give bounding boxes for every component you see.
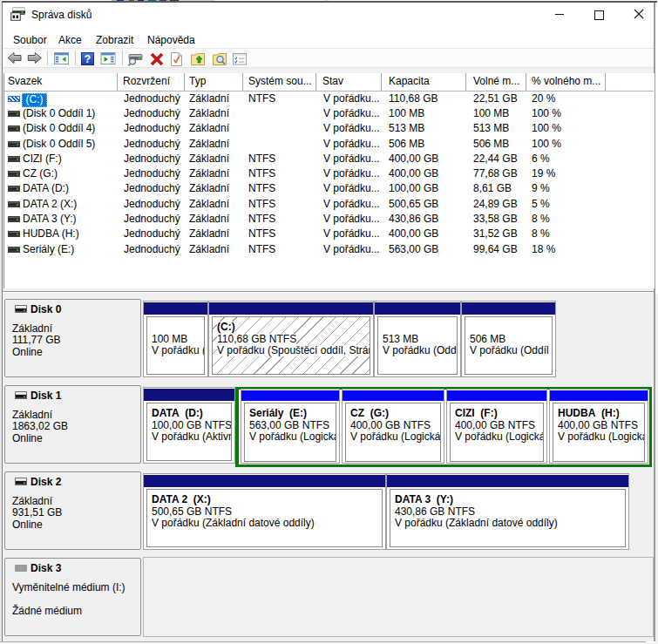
svg-text:?: ? (85, 53, 91, 65)
